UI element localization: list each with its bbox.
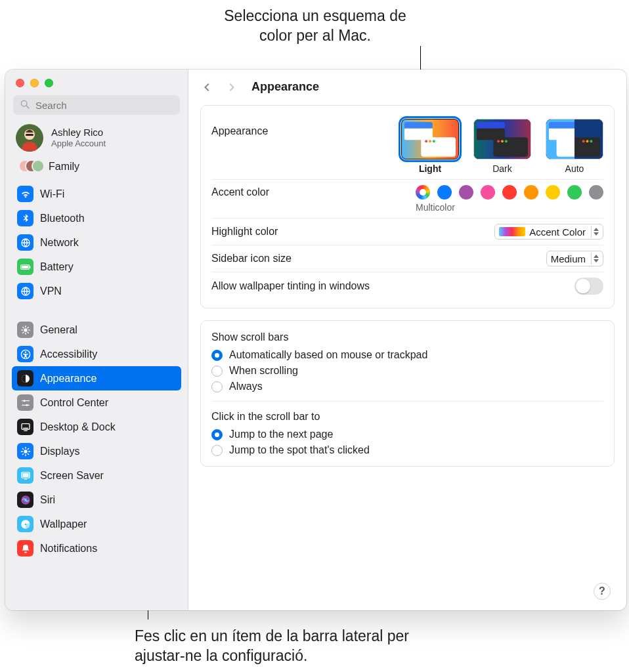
stepper-icon [591, 253, 600, 264]
notifications-icon [17, 540, 33, 556]
svg-line-16 [27, 331, 28, 333]
accent-swatch[interactable] [459, 185, 473, 200]
appearance-options: LightDarkAuto [401, 119, 603, 174]
scroll-show-title: Show scroll bars [211, 329, 603, 343]
sidebar-item-label: Bluetooth [40, 213, 85, 224]
sidebar-item-control-center[interactable]: Control Center [12, 390, 181, 415]
sidebar-item-label: Desktop & Dock [40, 421, 116, 433]
svg-point-57 [505, 140, 508, 142]
sidebar-item-label: Screen Saver [40, 470, 104, 482]
sidebar-item-family[interactable]: Family [5, 156, 188, 179]
gradient-icon [499, 227, 525, 236]
appearance-option-dark[interactable] [473, 119, 531, 159]
sidebar-item-label: Wi-Fi [40, 188, 64, 200]
radio-option[interactable]: Always [211, 379, 603, 394]
sidebar-item-wallpaper[interactable]: Wallpaper [12, 512, 181, 536]
sidebar-size-popup[interactable]: Medium [546, 251, 603, 266]
search-icon [20, 99, 30, 110]
sidebar-item-label: General [40, 324, 77, 336]
sidebar-item-label: Control Center [40, 397, 108, 409]
sidebar-item-label: Battery [40, 261, 74, 273]
sidebar-item-siri[interactable]: Siri [12, 488, 181, 512]
account-subtitle: Apple Account [51, 138, 106, 149]
radio-label: Always [229, 381, 263, 392]
svg-rect-59 [549, 122, 577, 129]
search-input[interactable] [13, 95, 180, 115]
sidebar: Ashley Rico Apple Account Family Wi-FiBl… [5, 70, 188, 610]
sidebar-item-battery[interactable]: Battery [12, 255, 181, 279]
sidebar-item-bluetooth[interactable]: Bluetooth [12, 206, 181, 230]
svg-point-55 [497, 140, 500, 142]
svg-point-24 [23, 400, 25, 402]
svg-rect-52 [477, 122, 505, 129]
sidebar-size-value: Medium [551, 253, 586, 264]
control-center-icon [17, 394, 33, 411]
accent-swatch[interactable] [546, 185, 560, 200]
svg-point-20 [24, 351, 26, 352]
close-icon[interactable] [16, 79, 24, 87]
accent-swatch[interactable] [567, 185, 582, 200]
minimize-icon[interactable] [30, 79, 39, 87]
svg-line-34 [22, 448, 23, 449]
wifi-icon [17, 186, 33, 202]
appearance-option-light[interactable] [401, 119, 459, 159]
radio-option[interactable]: Jump to the spot that's clicked [211, 442, 603, 458]
radio-option[interactable]: Jump to the next page [211, 427, 603, 442]
appearance-option-auto[interactable] [546, 119, 603, 159]
help-button[interactable]: ? [594, 583, 611, 600]
svg-rect-7 [30, 266, 30, 268]
sidebar-item-notifications[interactable]: Notifications [12, 536, 181, 560]
radio-option[interactable]: When scrolling [211, 363, 603, 379]
svg-line-35 [28, 453, 28, 454]
appearance-option-label: Auto [565, 163, 584, 174]
forward-button[interactable] [224, 80, 238, 94]
sidebar-item-vpn[interactable]: VPN [12, 279, 181, 303]
back-button[interactable] [200, 80, 215, 94]
highlight-popup[interactable]: Accent Color [494, 224, 603, 240]
sidebar-item-appearance[interactable]: Appearance [12, 366, 181, 390]
sidebar-item-label: Network [40, 237, 79, 249]
appearance-option-label: Light [419, 163, 441, 174]
tinting-toggle[interactable] [575, 278, 603, 295]
highlight-label: Highlight color [211, 226, 278, 238]
svg-point-65 [586, 140, 589, 142]
accent-swatch[interactable] [524, 185, 538, 200]
screen-saver-icon [17, 467, 33, 484]
radio-option[interactable]: Automatically based on mouse or trackpad [211, 347, 603, 363]
svg-point-50 [433, 140, 435, 142]
callout-top: Selecciona un esquema de color per al Ma… [210, 7, 420, 46]
radio-icon [211, 429, 223, 440]
sidebar-item-network[interactable]: Network [12, 230, 181, 255]
sidebar-item-account[interactable]: Ashley Rico Apple Account [5, 121, 188, 154]
zoom-icon[interactable] [45, 79, 53, 87]
sidebar-item-label: Appearance [40, 373, 97, 385]
network-icon [17, 234, 33, 251]
radio-icon [211, 366, 223, 377]
settings-window: Ashley Rico Apple Account Family Wi-FiBl… [5, 70, 626, 610]
accent-swatch[interactable] [416, 185, 430, 200]
sidebar-item-screen-saver[interactable]: Screen Saver [12, 463, 181, 488]
sidebar-item-displays[interactable]: Displays [12, 439, 181, 463]
svg-point-64 [582, 140, 585, 142]
accent-swatch[interactable] [502, 185, 517, 200]
svg-rect-8 [22, 266, 28, 268]
sidebar-item-label: Displays [40, 446, 79, 457]
sidebar-item-accessibility[interactable]: Accessibility [12, 342, 181, 366]
svg-rect-27 [23, 427, 28, 429]
accent-swatch[interactable] [589, 185, 603, 200]
sidebar-item-label: Notifications [40, 543, 97, 555]
accent-swatch[interactable] [481, 185, 495, 200]
accent-swatch[interactable] [437, 185, 452, 200]
svg-point-49 [429, 140, 431, 142]
accent-selected-label: Multicolor [416, 202, 603, 213]
radio-icon [211, 350, 223, 361]
svg-point-25 [26, 404, 28, 406]
vpn-icon [17, 283, 33, 299]
sidebar-item-wifi[interactable]: Wi-Fi [12, 182, 181, 206]
sidebar-item-general[interactable]: General [12, 318, 181, 342]
svg-point-66 [590, 140, 592, 142]
sidebar-item-desktop-dock[interactable]: Desktop & Dock [12, 415, 181, 439]
radio-icon [211, 445, 223, 456]
desktop-dock-icon [17, 419, 33, 435]
sidebar-item-label: Siri [40, 494, 55, 506]
